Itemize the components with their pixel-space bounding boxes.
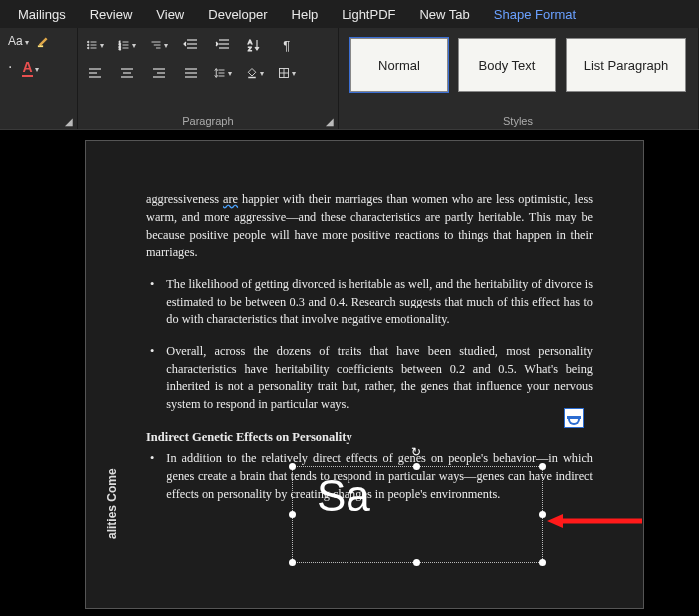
multilevel-list-button[interactable]: ▾ [150,36,168,54]
resize-handle-ml[interactable] [289,511,296,518]
menu-lightpdf[interactable]: LightPDF [330,3,407,26]
resize-handle-tl[interactable] [289,463,296,470]
numbering-button[interactable]: 123▾ [118,36,136,54]
paragraph-group-label: Paragraph [78,115,338,127]
svg-text:A: A [248,39,252,45]
change-case-button[interactable]: Aa▾ [8,34,29,48]
section-heading[interactable]: Indirect Genetic Effects on Personality [146,428,593,446]
increase-indent-button[interactable] [214,36,232,54]
style-normal[interactable]: Normal [350,38,448,92]
svg-point-3 [87,44,89,46]
paste-options-button[interactable] [564,408,584,428]
resize-handle-br[interactable] [539,559,546,566]
highlight-color-button[interactable] [37,34,51,48]
font-dialog-launcher[interactable]: ◢ [65,116,73,127]
style-list-paragraph[interactable]: List Paragraph [566,38,686,92]
svg-text:3: 3 [119,47,121,51]
rotate-handle-icon[interactable]: ↻ [411,445,423,457]
decrease-indent-button[interactable] [182,36,200,54]
ribbon: Aa▾ · A▾ ◢ ▾ 123▾ ▾ AZ ¶ ▾ ▾ ▾ [0,28,699,130]
menu-shape-format[interactable]: Shape Format [482,3,588,26]
paragraph-dialog-launcher[interactable]: ◢ [326,116,334,127]
borders-button[interactable]: ▾ [278,64,296,82]
font-color-button[interactable]: A▾ [22,58,38,76]
resize-handle-mr[interactable] [539,511,546,518]
shading-button[interactable]: ▾ [246,64,264,82]
justify-button[interactable] [182,64,200,82]
textbox-text[interactable]: Sa [317,471,370,521]
svg-point-5 [87,47,89,49]
ribbon-group-font: Aa▾ · A▾ ◢ [0,28,78,129]
svg-point-1 [87,41,89,43]
svg-text:Z: Z [248,46,252,52]
bullet-item-1[interactable]: The likelihood of getting divorced is he… [146,276,593,328]
menu-developer[interactable]: Developer [196,3,279,26]
menubar: Mailings Review View Developer Help Ligh… [0,0,699,28]
bullet-item-2[interactable]: Overall, across the dozens of traits tha… [146,343,593,414]
para-intro[interactable]: aggressiveness are happier with their ma… [146,191,593,262]
bullet-dot-icon[interactable]: · [8,58,12,76]
resize-handle-tr[interactable] [539,463,546,470]
selected-textbox[interactable]: ↻ Sa [292,466,543,563]
margin-vertical-text: alities Come [105,468,119,539]
document-body[interactable]: aggressiveness are happier with their ma… [146,191,593,504]
resize-handle-bm[interactable] [413,559,420,566]
spellcheck-squiggle[interactable]: are [223,192,238,206]
menu-review[interactable]: Review [78,3,145,26]
menu-help[interactable]: Help [280,3,331,26]
menu-new-tab[interactable]: New Tab [407,3,481,26]
resize-handle-tm[interactable] [413,463,420,470]
sort-button[interactable]: AZ [246,36,264,54]
ribbon-group-paragraph: ▾ 123▾ ▾ AZ ¶ ▾ ▾ ▾ Paragraph ◢ [78,28,339,129]
menu-mailings[interactable]: Mailings [6,3,78,26]
resize-handle-bl[interactable] [289,559,296,566]
menu-view[interactable]: View [144,3,196,26]
align-right-button[interactable] [150,64,168,82]
ribbon-group-styles: Normal Body Text List Paragraph Styles [339,28,699,129]
style-gallery: Normal Body Text List Paragraph [350,38,686,92]
line-spacing-button[interactable]: ▾ [214,64,232,82]
align-left-button[interactable] [86,64,104,82]
style-body-text[interactable]: Body Text [458,38,556,92]
show-marks-button[interactable]: ¶ [278,36,296,54]
svg-rect-0 [38,45,43,47]
bullets-button[interactable]: ▾ [86,36,104,54]
styles-group-label: Styles [339,115,698,127]
align-center-button[interactable] [118,64,136,82]
